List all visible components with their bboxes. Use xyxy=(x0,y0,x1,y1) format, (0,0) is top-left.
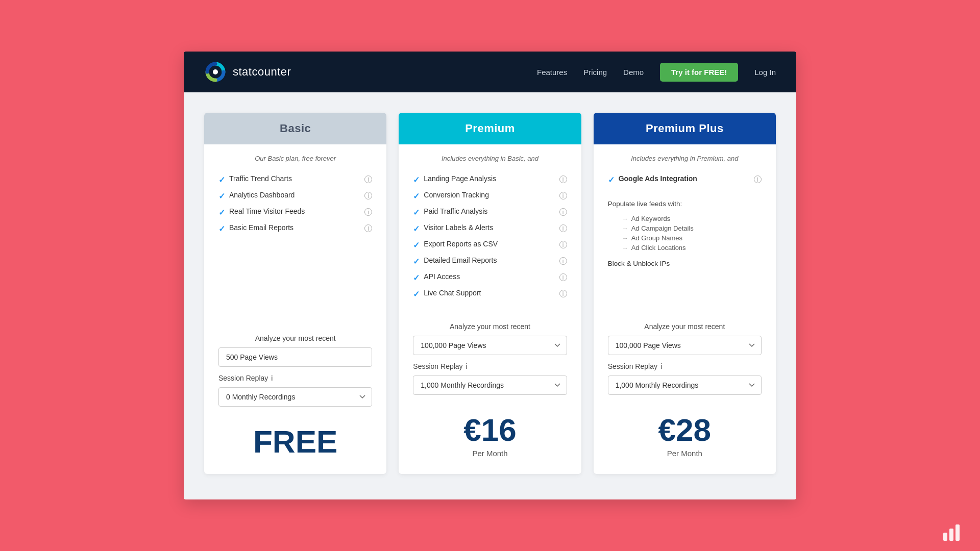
check-icon: ✓ xyxy=(218,224,225,234)
check-icon: ✓ xyxy=(413,208,420,217)
feature-item: ✓ Paid Traffic Analysis i xyxy=(413,204,567,220)
plan-basic-selector: Analyze your most recent 500 Page Views … xyxy=(218,326,372,414)
logo-area: statcounter xyxy=(204,61,537,83)
feature-label: Visitor Labels & Alerts xyxy=(424,223,555,232)
session-replay-text: Session Replay xyxy=(218,374,268,382)
info-icon[interactable]: i xyxy=(754,176,762,183)
plan-basic-header: Basic xyxy=(204,113,386,144)
navbar: statcounter Features Pricing Demo Try it… xyxy=(184,52,796,92)
feature-label: Live Chat Support xyxy=(424,289,555,297)
monthly-recordings-select-basic[interactable]: 0 Monthly Recordings xyxy=(218,387,372,407)
monthly-recordings-select-premium[interactable]: 1,000 Monthly Recordings xyxy=(413,375,567,395)
nav-pricing[interactable]: Pricing xyxy=(583,68,607,77)
session-replay-info-icon[interactable]: i xyxy=(271,374,273,382)
feature-label: Basic Email Reports xyxy=(229,223,360,232)
bar-3 xyxy=(955,524,960,541)
login-link[interactable]: Log In xyxy=(754,68,776,77)
feature-item: ✓ Analytics Dashboard i xyxy=(218,188,372,204)
plan-premium-plus: Premium Plus Includes everything in Prem… xyxy=(594,113,776,474)
feature-label: Detailed Email Reports xyxy=(424,256,555,264)
price-value: €16 xyxy=(413,414,567,446)
logo-icon xyxy=(204,61,227,83)
try-free-button[interactable]: Try it for FREE! xyxy=(660,63,738,82)
check-icon: ✓ xyxy=(218,191,225,201)
price-sub: Per Month xyxy=(413,449,567,458)
feature-label: API Access xyxy=(424,272,555,281)
plan-premium-selector: Analyze your most recent 100,000 Page Vi… xyxy=(413,314,567,402)
plan-basic-subtitle: Our Basic plan, free forever xyxy=(218,155,372,162)
plan-premium-plus-body: Includes everything in Premium, and ✓ Go… xyxy=(594,144,776,474)
plan-basic-features: ✓ Traffic Trend Charts i ✓ Analytics Das… xyxy=(218,171,372,237)
sub-list-item: Ad Campaign Details xyxy=(622,223,762,233)
session-replay-label: Session Replay i xyxy=(608,362,762,370)
feature-item: ✓ API Access i xyxy=(413,269,567,286)
plan-premium-header: Premium xyxy=(399,113,581,144)
feature-item-google-ads: ✓ Google Ads Integration i xyxy=(608,171,762,188)
price-value: €28 xyxy=(608,414,762,446)
plan-basic-price: FREE xyxy=(218,414,372,462)
info-icon[interactable]: i xyxy=(364,176,372,183)
page-views-select-premium-plus[interactable]: 100,000 Page Views xyxy=(608,336,762,355)
feature-item: ✓ Conversion Tracking i xyxy=(413,188,567,204)
plan-premium-price: €16 Per Month xyxy=(413,402,567,462)
analyze-text: Analyze your most recent xyxy=(218,334,372,342)
block-unblock-text: Block & Unblock IPs xyxy=(608,260,762,267)
feature-label: Paid Traffic Analysis xyxy=(424,207,555,215)
check-icon: ✓ xyxy=(413,273,420,283)
info-icon[interactable]: i xyxy=(559,257,567,265)
plan-premium-plus-selector: Analyze your most recent 100,000 Page Vi… xyxy=(608,314,762,402)
feature-label: Landing Page Analysis xyxy=(424,174,555,183)
feature-label: Conversion Tracking xyxy=(424,191,555,199)
info-icon[interactable]: i xyxy=(364,224,372,232)
feature-item: ✓ Traffic Trend Charts i xyxy=(218,171,372,188)
bar-chart-icon xyxy=(943,524,960,541)
nav-features[interactable]: Features xyxy=(537,68,567,77)
plan-premium-plus-price: €28 Per Month xyxy=(608,402,762,462)
sub-list-item: Ad Group Names xyxy=(622,233,762,243)
info-icon[interactable]: i xyxy=(364,192,372,199)
info-icon[interactable]: i xyxy=(559,176,567,183)
info-icon[interactable]: i xyxy=(559,224,567,232)
info-icon[interactable]: i xyxy=(559,273,567,281)
price-sub: Per Month xyxy=(608,449,762,458)
check-icon: ✓ xyxy=(218,175,225,185)
feature-item: ✓ Export Reports as CSV i xyxy=(413,237,567,253)
price-value: FREE xyxy=(218,426,372,458)
nav-demo[interactable]: Demo xyxy=(623,68,644,77)
session-replay-info-icon[interactable]: i xyxy=(660,362,662,370)
feature-item: ✓ Basic Email Reports i xyxy=(218,220,372,237)
page-views-select-basic[interactable]: 500 Page Views xyxy=(218,347,372,367)
plan-premium-plus-subtitle: Includes everything in Premium, and xyxy=(608,155,762,162)
svg-point-1 xyxy=(213,69,218,74)
info-icon[interactable]: i xyxy=(364,208,372,216)
check-icon: ✓ xyxy=(413,257,420,266)
session-replay-info-icon[interactable]: i xyxy=(466,362,468,370)
analyze-text: Analyze your most recent xyxy=(413,322,567,331)
check-icon: ✓ xyxy=(413,240,420,250)
sub-list-item: Ad Keywords xyxy=(622,214,762,223)
check-icon: ✓ xyxy=(413,224,420,234)
feature-label: Analytics Dashboard xyxy=(229,191,360,199)
analyze-text: Analyze your most recent xyxy=(608,322,762,331)
page-views-select-premium[interactable]: 100,000 Page Views xyxy=(413,336,567,355)
info-icon[interactable]: i xyxy=(559,208,567,216)
check-icon: ✓ xyxy=(218,208,225,217)
info-icon[interactable]: i xyxy=(559,241,567,248)
check-icon: ✓ xyxy=(608,175,615,185)
info-icon[interactable]: i xyxy=(559,290,567,297)
sub-list-item: Ad Click Locations xyxy=(622,243,762,253)
monthly-recordings-select-premium-plus[interactable]: 1,000 Monthly Recordings xyxy=(608,375,762,395)
plan-premium-plus-features: ✓ Google Ads Integration i xyxy=(608,171,762,188)
feature-item: ✓ Detailed Email Reports i xyxy=(413,253,567,269)
session-replay-label: Session Replay i xyxy=(413,362,567,370)
session-replay-text: Session Replay xyxy=(413,362,462,370)
nav-links: Features Pricing Demo Try it for FREE! L… xyxy=(537,63,776,82)
info-icon[interactable]: i xyxy=(559,192,567,199)
feature-item: ✓ Landing Page Analysis i xyxy=(413,171,567,188)
page-wrapper: statcounter Features Pricing Demo Try it… xyxy=(184,52,796,499)
session-replay-text: Session Replay xyxy=(608,362,657,370)
bar-1 xyxy=(943,533,947,541)
feature-item: ✓ Visitor Labels & Alerts i xyxy=(413,220,567,237)
feature-label: Export Reports as CSV xyxy=(424,240,555,248)
check-icon: ✓ xyxy=(413,175,420,185)
